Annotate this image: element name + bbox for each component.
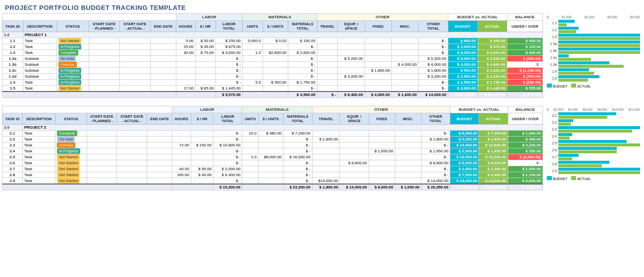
task-units: 2.0 xyxy=(242,154,259,160)
status-badge: Overdue xyxy=(58,62,77,67)
task-desc: Subtask xyxy=(23,68,56,74)
task-start-actual xyxy=(117,137,147,142)
task-end-date xyxy=(147,154,172,160)
task-rate xyxy=(195,74,215,80)
task-hours xyxy=(176,68,195,74)
project1-table: LABOR MATERIALS OTHER BUDGET vs. ACTUAL … xyxy=(2,13,543,98)
task-hours xyxy=(176,62,195,68)
task-equip xyxy=(338,44,365,50)
task-rate xyxy=(191,137,213,142)
scale-label: $2,000 xyxy=(553,108,563,111)
col-header-row-1: TASK ID DESCRIPTION STATUS START DATE- P… xyxy=(2,21,543,32)
task-desc: Subtask xyxy=(23,74,56,80)
task-labor: $ 875.00 xyxy=(215,44,242,50)
task-start-actual xyxy=(117,160,147,166)
task-start-planned xyxy=(87,142,117,148)
task-units xyxy=(242,137,259,142)
task-misc xyxy=(391,74,418,80)
table-row: 2.6 Task Not Started $ - $ - $ 8,600.00 … xyxy=(2,160,543,166)
col2-task-id: TASK ID xyxy=(2,113,23,125)
col-travel: TRAVEL xyxy=(317,21,338,32)
budget-bar xyxy=(558,27,579,30)
task-start-actual xyxy=(117,131,147,137)
task-labor: $ - xyxy=(214,160,242,166)
project2-section: LABOR MATERIALS OTHER BUDGET vs. ACTUAL … xyxy=(0,106,644,190)
task-misc xyxy=(391,86,418,92)
legend-actual-label: ACTUAL xyxy=(577,85,591,88)
task-fixed xyxy=(369,154,395,160)
task-fixed xyxy=(369,166,395,172)
task-end-date xyxy=(151,80,176,86)
task-other-total: $ - xyxy=(421,166,450,172)
task-actual: $ 8,600.00 xyxy=(479,160,508,166)
task-start-planned xyxy=(87,166,117,172)
task-actual: $ 16,000.00 xyxy=(479,154,508,160)
chart-bar-row: 1.1 xyxy=(547,20,640,26)
task-start-planned xyxy=(87,178,117,185)
total-label xyxy=(2,184,172,190)
task-units xyxy=(242,160,259,166)
chart-bars xyxy=(558,47,640,54)
actual-bar xyxy=(558,150,617,153)
actual-bar xyxy=(558,79,588,82)
status-badge: Not Started xyxy=(57,172,80,178)
chart-bar-row: 2.7 xyxy=(547,154,640,160)
chart-bars xyxy=(558,41,640,47)
total-fixed: $ 8,600.00 xyxy=(369,184,395,190)
task-other-total: $ - xyxy=(421,142,450,148)
scale-label: $2,000 xyxy=(585,15,594,19)
table-row: 2.9 Task Not Started $ - $ - $14,000.00 … xyxy=(2,178,543,185)
actual-legend-icon xyxy=(571,84,576,88)
task-misc xyxy=(395,160,421,166)
col-equip: EQUIP. /SPACE xyxy=(338,21,365,32)
task-actual: $ 1,800.00 xyxy=(479,137,508,142)
task-other-total: $ 1,800.00 xyxy=(421,137,450,142)
chart-bar-row: 2.4 xyxy=(547,133,640,139)
task-budget: $ 7,500.00 xyxy=(450,172,479,178)
task-labor: $ - xyxy=(214,178,242,185)
actual-bar xyxy=(558,116,607,119)
chart-row-label: 1.5 xyxy=(547,77,557,80)
task-status: Not Started xyxy=(55,154,87,160)
task-unit-cost xyxy=(258,137,283,142)
task-hours: 40.00 xyxy=(176,50,195,56)
task-start-actual xyxy=(119,86,150,92)
budget-bar xyxy=(558,133,572,136)
task-hours: 160.00 xyxy=(172,172,191,178)
task-actual: $ 4,000.00 xyxy=(478,62,507,68)
task-start-planned xyxy=(89,62,119,68)
status-badge: In Progress xyxy=(58,80,81,85)
task-id: 2.5 xyxy=(2,154,23,160)
task-equip xyxy=(340,166,369,172)
task-travel xyxy=(317,44,338,50)
table-row: 1.3 Task Complete 40.00 $ 75.00 $ 3,000.… xyxy=(2,50,543,56)
chart-row-label: 2.3 xyxy=(547,128,557,131)
table-row: 1.5 Task Not Started 17.00 $ 85.00 $ 1,4… xyxy=(2,86,543,92)
actual-bar xyxy=(558,58,591,61)
chart-legend: BUDGET ACTUAL xyxy=(547,176,640,181)
project2-table: LABOR MATERIALS OTHER BUDGET vs. ACTUAL … xyxy=(2,106,543,190)
chart-bars xyxy=(558,54,640,61)
task-travel: $14,000.00 xyxy=(312,178,340,185)
task-hours: 25.00 xyxy=(176,44,195,50)
task-mat-total: $ - xyxy=(288,68,317,74)
task-hours xyxy=(172,178,191,185)
col2-other-total: OTHERTOTAL xyxy=(421,113,450,125)
task-balance: $ (250.00) xyxy=(507,80,543,86)
chart-bars xyxy=(558,133,640,139)
total-equip: $ 8,400.00 xyxy=(338,92,365,98)
total-fixed: $ 4,000.00 xyxy=(365,92,391,98)
task-id: 1.5 xyxy=(2,86,23,92)
scale-label: $12,000 xyxy=(628,108,640,111)
col2-rate: $ / HR xyxy=(191,113,213,125)
task-units xyxy=(242,68,263,74)
task-start-actual xyxy=(119,56,150,62)
task-mat-total: $ - xyxy=(283,166,312,172)
task-desc: Task xyxy=(23,50,56,56)
task-end-date xyxy=(147,172,172,178)
task-id: 1.3a xyxy=(2,56,23,62)
chart-bars xyxy=(558,34,640,40)
task-fixed xyxy=(365,50,391,56)
task-start-planned xyxy=(87,137,117,142)
task-desc: Task xyxy=(23,38,56,44)
